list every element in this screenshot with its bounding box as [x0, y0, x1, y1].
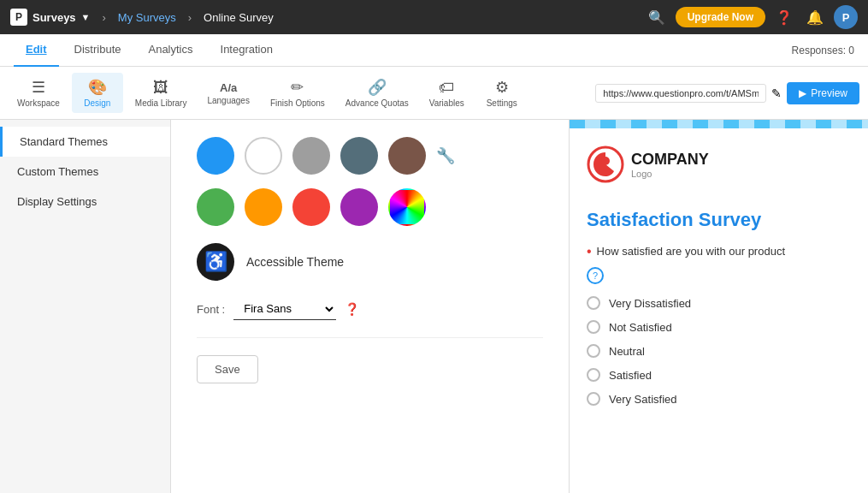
- radio-very-dissatisfied[interactable]: [587, 296, 600, 310]
- radio-neutral[interactable]: [587, 344, 600, 358]
- user-avatar[interactable]: P: [834, 5, 858, 29]
- breadcrumb-separator2: ›: [188, 11, 192, 24]
- question-help-icon: ?: [587, 267, 604, 284]
- surveys-dropdown[interactable]: ▼: [81, 12, 91, 22]
- finish-options-icon: ✏: [291, 78, 304, 97]
- radio-satisfied[interactable]: [587, 368, 600, 382]
- svg-point-1: [601, 157, 610, 165]
- workspace-icon: ☰: [32, 78, 45, 97]
- color-swatch-blue[interactable]: [197, 137, 234, 175]
- toolbar-languages[interactable]: A/a Languages: [198, 76, 258, 110]
- color-swatch-purple[interactable]: [340, 188, 378, 226]
- font-select[interactable]: Fira Sans Arial Roboto: [233, 298, 336, 320]
- upgrade-button[interactable]: Upgrade Now: [676, 7, 765, 27]
- survey-title: Satisfaction Survey: [570, 200, 868, 245]
- toolbar: ☰ Workspace 🎨 Design 🖼 Media Library A/a…: [0, 67, 868, 120]
- customize-icon[interactable]: 🔧: [436, 146, 455, 165]
- search-button[interactable]: 🔍: [645, 5, 669, 29]
- company-name: COMPANY: [631, 151, 709, 169]
- sidebar-item-standard-themes[interactable]: Standard Themes: [0, 127, 170, 157]
- design-icon: 🎨: [88, 78, 107, 97]
- notifications-button[interactable]: 🔔: [803, 5, 827, 29]
- option-label-not-satisfied: Not Satisfied: [609, 321, 672, 334]
- option-very-satisfied[interactable]: Very Satisfied: [587, 387, 851, 411]
- design-label: Design: [84, 98, 110, 108]
- color-swatch-brown[interactable]: [388, 137, 426, 175]
- survey-header-stripe: [570, 120, 868, 128]
- color-swatch-gray[interactable]: [292, 137, 330, 175]
- toolbar-advance-quotas[interactable]: 🔗 Advance Quotas: [337, 73, 417, 113]
- survey-question: • How satisfied are you with our product…: [570, 245, 868, 411]
- toolbar-variables[interactable]: 🏷 Variables: [421, 74, 473, 113]
- top-bar-actions: 🔍 Upgrade Now ❓ 🔔 P: [645, 5, 858, 29]
- color-swatch-rainbow[interactable]: [388, 188, 426, 226]
- my-surveys-link[interactable]: My Surveys: [118, 11, 176, 24]
- top-bar: P Surveys ▼ › My Surveys › Online Survey…: [0, 0, 868, 34]
- languages-icon: A/a: [220, 81, 237, 94]
- survey-url-input[interactable]: [595, 84, 766, 103]
- accessible-theme-section: ♿ Accessible Theme: [197, 243, 543, 281]
- media-library-icon: 🖼: [153, 79, 168, 97]
- copy-url-button[interactable]: ✎: [771, 86, 782, 100]
- color-swatch-red[interactable]: [292, 188, 330, 226]
- option-neutral[interactable]: Neutral: [587, 339, 851, 363]
- question-label: How satisfied are you with our product: [597, 245, 785, 258]
- color-swatch-green[interactable]: [197, 188, 234, 226]
- responses-count: Responses: 0: [792, 45, 854, 56]
- color-swatch-white[interactable]: [245, 137, 282, 175]
- variables-icon: 🏷: [439, 79, 454, 97]
- settings-icon: ⚙: [495, 78, 509, 97]
- radio-not-satisfied[interactable]: [587, 320, 600, 334]
- accessible-icon[interactable]: ♿: [197, 243, 234, 281]
- toolbar-design[interactable]: 🎨 Design: [72, 73, 123, 113]
- font-help-icon[interactable]: ❓: [345, 302, 359, 316]
- app-logo: P Surveys ▼: [10, 9, 90, 26]
- divider: [197, 337, 543, 338]
- sidebar-item-custom-themes[interactable]: Custom Themes: [0, 157, 170, 187]
- tab-analytics[interactable]: Analytics: [136, 34, 204, 67]
- color-row-2: [197, 188, 543, 226]
- main-content: Standard Themes Custom Themes Display Se…: [0, 120, 868, 493]
- sidebar-item-display-settings[interactable]: Display Settings: [0, 187, 170, 217]
- option-label-satisfied: Satisfied: [609, 369, 652, 382]
- toolbar-settings[interactable]: ⚙ Settings: [476, 73, 528, 113]
- toolbar-url-area: ✎ ▶ Preview: [595, 82, 859, 104]
- company-logo: COMPANY Logo: [587, 146, 709, 183]
- question-text: • How satisfied are you with our product: [587, 245, 851, 258]
- option-label-neutral: Neutral: [609, 345, 645, 358]
- current-page-title: Online Survey: [204, 11, 274, 24]
- option-satisfied[interactable]: Satisfied: [587, 363, 851, 387]
- tab-edit[interactable]: Edit: [14, 34, 59, 67]
- survey-preview: COMPANY Logo Satisfaction Survey • How s…: [570, 120, 868, 493]
- variables-label: Variables: [429, 98, 464, 108]
- toolbar-workspace[interactable]: ☰ Workspace: [9, 73, 68, 113]
- languages-label: Languages: [207, 96, 250, 105]
- accessible-label: Accessible Theme: [246, 255, 344, 269]
- option-very-dissatisfied[interactable]: Very Dissatisfied: [587, 291, 851, 315]
- preview-icon: ▶: [799, 87, 806, 99]
- color-row-1: 🔧: [197, 137, 543, 175]
- toolbar-media-library[interactable]: 🖼 Media Library: [127, 74, 196, 113]
- preview-button[interactable]: ▶ Preview: [787, 82, 859, 104]
- save-button[interactable]: Save: [197, 355, 258, 383]
- option-not-satisfied[interactable]: Not Satisfied: [587, 315, 851, 339]
- tab-integration[interactable]: Integration: [209, 34, 285, 67]
- tab-distribute[interactable]: Distribute: [62, 34, 133, 67]
- company-sub: Logo: [631, 169, 709, 179]
- color-swatch-slate[interactable]: [340, 137, 378, 175]
- media-library-label: Media Library: [135, 98, 187, 108]
- breadcrumb-separator: ›: [102, 11, 105, 24]
- company-name-area: COMPANY Logo: [631, 151, 709, 179]
- toolbar-finish-options[interactable]: ✏ Finish Options: [262, 73, 334, 113]
- font-section: Font : Fira Sans Arial Roboto ❓: [197, 298, 543, 320]
- center-panel: 🔧 ♿ Accessible Theme Font : Fira Sans Ar…: [171, 120, 569, 493]
- option-label-very-dissatisfied: Very Dissatisfied: [609, 297, 691, 310]
- company-logo-icon: [587, 146, 624, 183]
- survey-logo-area: COMPANY Logo: [570, 128, 868, 200]
- preview-label: Preview: [811, 87, 847, 99]
- color-swatch-orange[interactable]: [245, 188, 282, 226]
- radio-very-satisfied[interactable]: [587, 392, 600, 406]
- second-nav: Edit Distribute Analytics Integration Re…: [0, 34, 868, 67]
- help-button[interactable]: ❓: [772, 5, 796, 29]
- app-name: Surveys: [32, 11, 76, 24]
